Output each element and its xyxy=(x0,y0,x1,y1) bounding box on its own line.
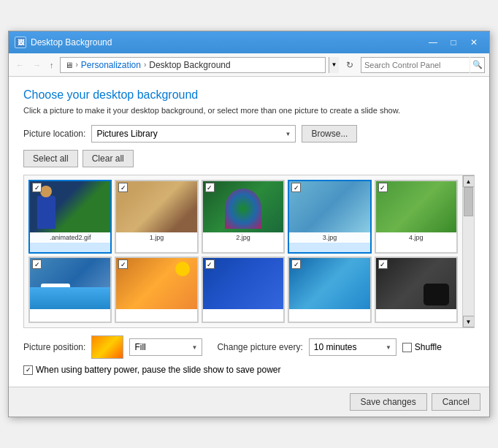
picture-location-label: Picture location: xyxy=(23,129,85,139)
save-button[interactable]: Save changes xyxy=(350,393,427,411)
window-controls: — □ ✕ xyxy=(424,36,483,49)
picture-location-dropdown[interactable]: Pictures Library ▼ xyxy=(91,125,296,143)
close-button[interactable]: ✕ xyxy=(464,36,483,49)
thumb-checkbox[interactable]: ✓ xyxy=(32,183,42,192)
thumb-checkbox[interactable]: ✓ xyxy=(118,259,128,269)
thumbnail-item[interactable]: ✓ xyxy=(202,257,285,323)
thumb-label xyxy=(116,309,196,312)
thumbnail-item[interactable]: ✓ 2.jpg xyxy=(202,180,285,254)
search-box: 🔍 xyxy=(361,57,485,73)
thumb-label xyxy=(376,309,456,312)
main-window: 🖼 Desktop Background — □ ✕ ← → ↑ 🖥 › Per… xyxy=(8,31,490,417)
thumb-checkbox[interactable]: ✓ xyxy=(205,183,215,192)
thumb-checkbox[interactable]: ✓ xyxy=(291,259,301,269)
thumbnail-item[interactable]: ✓ 4.jpg xyxy=(375,180,458,254)
scroll-down-button[interactable]: ▼ xyxy=(463,316,475,327)
thumb-label: .animated2.gif xyxy=(30,232,110,243)
shuffle-group: Shuffle xyxy=(402,342,442,352)
thumbnail-item[interactable]: ✓ 1.jpg xyxy=(115,180,198,254)
thumb-label: 2.jpg xyxy=(203,232,283,243)
up-button[interactable]: ↑ xyxy=(47,59,57,71)
footer-bar: Save changes Cancel xyxy=(9,387,489,417)
thumb-label xyxy=(289,309,369,312)
thumb-label xyxy=(203,309,283,312)
breadcrumb-personalization[interactable]: Personalization xyxy=(81,60,141,70)
shuffle-checkbox[interactable] xyxy=(402,343,412,352)
time-dropdown-arrow-icon: ▼ xyxy=(386,344,391,351)
thumbnail-item[interactable]: ✓ xyxy=(28,257,112,323)
window-title: Desktop Background xyxy=(31,37,424,48)
bottom-controls: Picture position: Fill ▼ Change picture … xyxy=(23,328,475,375)
back-button[interactable]: ← xyxy=(13,59,27,71)
scroll-up-button[interactable]: ▲ xyxy=(463,175,475,187)
thumb-checkbox[interactable]: ✓ xyxy=(291,183,301,192)
scroll-thumb xyxy=(464,187,473,216)
battery-label: When using battery power, pause the slid… xyxy=(36,365,281,375)
window-icon: 🖼 xyxy=(15,37,26,48)
breadcrumb: 🖥 › Personalization › Desktop Background xyxy=(60,57,326,73)
thumb-checkbox[interactable]: ✓ xyxy=(205,259,215,269)
change-picture-dropdown[interactable]: 10 minutes ▼ xyxy=(309,338,397,356)
content-area: Choose your desktop background Click a p… xyxy=(9,77,489,387)
thumbnail-item[interactable]: ✓ 3.jpg xyxy=(288,180,371,254)
picture-location-row: Picture location: Pictures Library ▼ Bro… xyxy=(23,125,475,143)
picture-position-preview xyxy=(91,335,123,359)
pos-dropdown-arrow-icon: ▼ xyxy=(191,344,197,351)
browse-button[interactable]: Browse... xyxy=(302,125,357,143)
forward-button[interactable]: → xyxy=(30,59,44,71)
title-bar: 🖼 Desktop Background — □ ✕ xyxy=(9,31,489,53)
refresh-button[interactable]: ↻ xyxy=(342,57,358,73)
time-value: 10 minutes xyxy=(314,342,357,352)
position-value: Fill xyxy=(134,342,145,352)
position-change-row: Picture position: Fill ▼ Change picture … xyxy=(23,335,475,359)
dropdown-arrow-icon: ▼ xyxy=(285,131,291,137)
thumb-label: 1.jpg xyxy=(116,232,196,243)
thumbnail-item[interactable]: ✓ xyxy=(375,257,458,323)
thumbnail-item[interactable]: ✓ xyxy=(288,257,371,323)
action-buttons: Select all Clear all xyxy=(23,150,475,167)
thumb-checkbox[interactable]: ✓ xyxy=(378,259,388,269)
thumb-label xyxy=(30,309,110,312)
thumbnail-item[interactable]: ✓ xyxy=(115,257,198,323)
thumb-checkbox[interactable]: ✓ xyxy=(32,259,42,269)
battery-checkbox[interactable]: ✓ xyxy=(23,365,33,375)
breadcrumb-dropdown[interactable]: ▼ xyxy=(329,57,339,73)
shuffle-label: Shuffle xyxy=(415,342,442,352)
select-all-button[interactable]: Select all xyxy=(23,150,78,167)
clear-all-button[interactable]: Clear all xyxy=(83,150,134,167)
thumbnail-item[interactable]: ✓ .animated2.gif xyxy=(28,180,112,254)
thumbnails-container: ✓ .animated2.gif ✓ 1.jpg ✓ xyxy=(23,175,475,328)
minimize-button[interactable]: — xyxy=(424,36,443,49)
maximize-button[interactable]: □ xyxy=(444,36,463,49)
thumb-label: 4.jpg xyxy=(376,232,456,243)
thumb-checkbox[interactable]: ✓ xyxy=(378,183,388,192)
picture-position-dropdown[interactable]: Fill ▼ xyxy=(129,338,202,356)
battery-row: ✓ When using battery power, pause the sl… xyxy=(23,365,475,375)
scrollbar: ▲ ▼ xyxy=(462,175,474,327)
search-icon[interactable]: 🔍 xyxy=(470,57,484,73)
thumb-checkbox[interactable]: ✓ xyxy=(118,183,128,192)
picture-location-value: Pictures Library xyxy=(96,129,157,139)
search-input[interactable] xyxy=(361,61,470,69)
scroll-track[interactable] xyxy=(463,187,474,316)
page-subtitle: Click a picture to make it your desktop … xyxy=(23,106,475,115)
thumbnails-grid: ✓ .animated2.gif ✓ 1.jpg ✓ xyxy=(24,175,462,327)
picture-position-label: Picture position: xyxy=(23,342,85,352)
breadcrumb-current: Desktop Background xyxy=(149,60,230,70)
change-picture-group: Change picture every: 10 minutes ▼ Shuff… xyxy=(217,338,442,356)
cancel-button[interactable]: Cancel xyxy=(432,393,480,411)
picture-position-group: Picture position: Fill ▼ xyxy=(23,335,202,359)
change-picture-label: Change picture every: xyxy=(217,342,302,352)
address-bar: ← → ↑ 🖥 › Personalization › Desktop Back… xyxy=(9,53,489,77)
page-title: Choose your desktop background xyxy=(23,88,475,102)
thumb-label: 3.jpg xyxy=(289,232,369,243)
